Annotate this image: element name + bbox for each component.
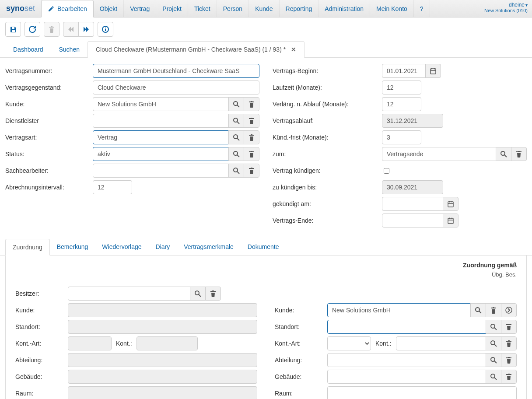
nav-bearbeiten-label: Bearbeiten (57, 5, 87, 12)
right-kunde-input[interactable] (327, 303, 471, 317)
zuordnung-heading: Zuordnung gemäß (15, 262, 517, 269)
besitzer-search-button[interactable] (190, 287, 206, 301)
right-gebaeude-search-button[interactable] (486, 370, 501, 384)
subtab-dokumente[interactable]: Dokumente (241, 239, 286, 255)
left-abteilung-box (68, 353, 257, 367)
sachbearbeiter-clear-button[interactable] (244, 164, 259, 178)
label-status: Status: (5, 150, 93, 158)
verlaeng-input[interactable] (382, 97, 421, 111)
status-clear-button[interactable] (244, 147, 259, 161)
nav-bearbeiten[interactable]: Bearbeiten (41, 0, 94, 18)
right-kont-search-button[interactable] (486, 336, 501, 350)
right-abteilung-search-button[interactable] (486, 353, 501, 367)
left-standort-box (68, 320, 257, 334)
right-abteilung-clear-button[interactable] (501, 353, 517, 367)
status-search-button[interactable] (228, 147, 244, 161)
nav-vertrag[interactable]: Vertrag (124, 0, 156, 17)
right-gebaeude-clear-button[interactable] (501, 370, 517, 384)
kunde-clear-button[interactable] (244, 97, 259, 111)
right-kunde-go-button[interactable] (501, 303, 517, 317)
sachbearbeiter-search-button[interactable] (228, 164, 244, 178)
right-kunde-search-button[interactable] (470, 303, 486, 317)
nav-reporting[interactable]: Reporting (280, 0, 319, 17)
kunde-input[interactable] (93, 97, 229, 111)
close-icon[interactable]: ✕ (291, 46, 296, 53)
label-vertragsart: Vertragsart: (5, 134, 93, 141)
right-standort-input[interactable] (327, 320, 486, 334)
label-abrechnungsintervall: Abrechnungsintervall: (5, 184, 93, 191)
right-kont-clear-button[interactable] (501, 336, 517, 350)
label-right-kunde: Kunde: (275, 307, 327, 314)
vertrag-kuendigen-checkbox[interactable] (384, 168, 389, 174)
user-org: New Solutions (010) (484, 8, 528, 14)
status-input[interactable] (93, 147, 229, 161)
right-kont-input[interactable] (396, 336, 486, 350)
vertrags-beginn-calendar-button[interactable] (425, 64, 441, 78)
besitzer-clear-button[interactable] (205, 287, 221, 301)
nav-mein-konto[interactable]: Mein Konto (370, 0, 414, 17)
nav-projekt[interactable]: Projekt (156, 0, 188, 17)
vertragsnummer-input[interactable] (93, 64, 259, 78)
vertragsart-input[interactable] (93, 130, 229, 144)
save-button[interactable] (5, 22, 21, 37)
form-col-right: Vertrags-Beginn: Laufzeit (Monate): Verl… (273, 64, 527, 230)
vertragsart-clear-button[interactable] (244, 130, 259, 144)
label-right-kont: Kont.: (375, 340, 392, 347)
nav-ticket[interactable]: Ticket (188, 0, 217, 17)
main-form: Vertragsnummer: Vertragsgegenstand: Kund… (0, 58, 532, 239)
refresh-button[interactable] (24, 22, 40, 37)
dienstleister-clear-button[interactable] (244, 114, 259, 128)
kunde-search-button[interactable] (228, 97, 244, 111)
vertragsart-search-button[interactable] (228, 130, 244, 144)
right-abteilung-input[interactable] (327, 353, 486, 367)
laufzeit-input[interactable] (382, 80, 421, 94)
next-button[interactable] (78, 22, 94, 37)
vertrags-ende-input[interactable] (382, 214, 443, 228)
zu-kuendigen-bis-input (382, 180, 443, 194)
gekuendigt-am-input[interactable] (382, 197, 443, 211)
right-standort-search-button[interactable] (486, 320, 501, 334)
tab-current[interactable]: Cloud Checkware (RMustermann GmbH - Chec… (88, 41, 304, 58)
nav-administration[interactable]: Administration (318, 0, 370, 17)
nav-kunde[interactable]: Kunde (249, 0, 279, 17)
abrechnungsintervall-input[interactable] (93, 180, 132, 194)
right-raum-input[interactable] (327, 386, 517, 399)
nav-person[interactable]: Person (217, 0, 249, 17)
nav-help[interactable]: ? (414, 0, 430, 17)
right-standort-clear-button[interactable] (501, 320, 517, 334)
dienstleister-search-button[interactable] (228, 114, 244, 128)
subtab-zuordnung[interactable]: Zuordnung (5, 239, 50, 256)
assign-col-left: Besitzer: Kunde: Standort: Kont.-Art: (15, 287, 257, 399)
right-kunde-clear-button[interactable] (486, 303, 501, 317)
left-gebaeude-box (68, 370, 257, 384)
besitzer-input[interactable] (68, 287, 190, 301)
zum-clear-button[interactable] (511, 147, 527, 161)
dienstleister-input[interactable] (93, 114, 229, 128)
kuendfrist-input[interactable] (382, 130, 421, 144)
label-vertragsablauf: Vertragsablauf: (273, 117, 382, 124)
sachbearbeiter-input[interactable] (93, 164, 229, 178)
right-kontart-select[interactable] (327, 336, 371, 350)
subtab-bemerkung[interactable]: Bemerkung (50, 239, 95, 255)
main-menu: Bearbeiten Objekt Vertrag Projekt Ticket… (41, 0, 430, 17)
nav-objekt[interactable]: Objekt (94, 0, 124, 17)
user-menu[interactable]: dheine▾ New Solutions (010) (480, 0, 532, 17)
subtab-diary[interactable]: Diary (149, 239, 177, 255)
label-left-raum: Raum: (15, 390, 68, 397)
tab-dashboard[interactable]: Dashboard (5, 42, 51, 57)
left-kontart-box (68, 336, 112, 350)
gekuendigt-am-calendar-button[interactable] (443, 197, 458, 211)
left-kunde-box (68, 303, 257, 317)
label-left-kontart: Kont.-Art: (15, 340, 68, 347)
zum-input[interactable] (382, 147, 496, 161)
vertragsablauf-input (382, 114, 443, 128)
vertragsgegenstand-input[interactable] (93, 80, 259, 94)
vertrags-beginn-input[interactable] (382, 64, 426, 78)
subtab-wiedervorlage[interactable]: Wiedervorlage (95, 239, 148, 255)
subtab-vertragsmerkmale[interactable]: Vertragsmerkmale (177, 239, 241, 255)
tab-suchen[interactable]: Suchen (51, 42, 88, 57)
zum-search-button[interactable] (496, 147, 511, 161)
vertrags-ende-calendar-button[interactable] (443, 214, 458, 228)
info-button[interactable] (98, 22, 113, 37)
right-gebaeude-input[interactable] (327, 370, 486, 384)
